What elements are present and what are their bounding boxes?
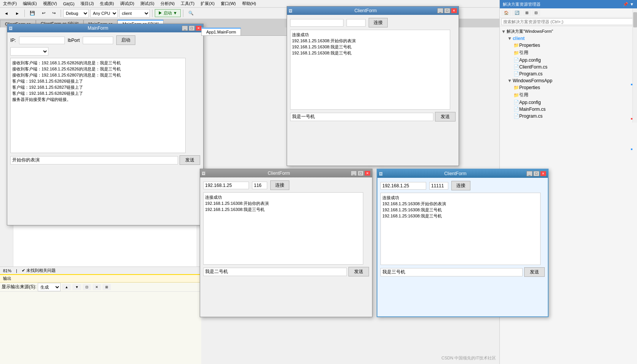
cf3-send-input[interactable] [380, 268, 523, 276]
output-btn3[interactable]: ⊡ [83, 284, 91, 290]
mainform-maximize[interactable]: □ [189, 26, 195, 31]
cf1-maximize[interactable]: □ [444, 8, 450, 13]
output-btn1[interactable]: ▲ [62, 284, 71, 290]
sidebar-indicator2 [631, 118, 632, 120]
tree-prog-icon: 📄 [513, 71, 519, 77]
output-source-select[interactable]: 生成 [38, 283, 61, 291]
output-btn5[interactable]: ⊞ [103, 284, 111, 290]
tree-client-properties[interactable]: 📁 Properties [501, 42, 635, 49]
cf1-connect-btn[interactable]: 连接 [369, 18, 388, 27]
cf1-minimize[interactable]: _ [437, 8, 443, 13]
tree-client-node[interactable]: ▼ client [501, 35, 635, 42]
sidebar-filter-btn[interactable]: ⊟ [532, 10, 540, 16]
cf1-send-input[interactable] [290, 113, 433, 121]
cf2-send-button[interactable]: 发送 [348, 267, 369, 276]
cf3-connect-btn[interactable]: 连接 [451, 181, 470, 190]
tree-client-program[interactable]: 📄 Program.cs [501, 70, 635, 77]
tab-app1-mainform[interactable]: App1.MainForm [201, 28, 241, 35]
tree-solution[interactable]: ▼ 解决方案"WindowsForm" [501, 28, 635, 35]
menu-test[interactable]: 测试(S) [137, 1, 157, 6]
cf2-send-input[interactable] [203, 268, 347, 276]
mainform-minimize[interactable]: _ [182, 26, 188, 31]
port-input[interactable] [83, 37, 113, 44]
project-select[interactable]: client [119, 9, 150, 18]
cf2-close[interactable]: ✕ [364, 171, 371, 176]
menu-analyze[interactable]: 分析(N) [157, 1, 178, 6]
sidebar-search-input[interactable] [501, 18, 635, 25]
tree-wf-mainform[interactable]: 📄 MainForm.cs [501, 106, 635, 113]
cf2-port-input[interactable] [252, 182, 267, 189]
cf1-ip-input[interactable] [290, 19, 343, 27]
sidebar-home-btn[interactable]: 🏠 [501, 10, 511, 16]
menu-help[interactable]: 帮助(H) [239, 1, 259, 6]
mainform-send-button[interactable]: 发送 [180, 155, 200, 165]
menu-tools[interactable]: 工具(T) [178, 1, 197, 6]
tree-label-refs: 引用 [519, 49, 528, 56]
ip-label: IP: [10, 38, 16, 43]
debug-mode-select[interactable]: Debug Release [63, 9, 89, 18]
cf3-ip-input[interactable] [380, 182, 426, 190]
cf2-ip-input[interactable] [203, 182, 249, 189]
ip-input[interactable] [19, 37, 65, 44]
toolbar-forward[interactable]: ► [13, 10, 22, 17]
output-btn4[interactable]: ✕ [93, 284, 101, 290]
menu-git[interactable]: Git(G) [60, 2, 77, 6]
tree-wf-cs-icon: 📄 [513, 107, 519, 112]
cf3-send-button[interactable]: 发送 [524, 267, 545, 277]
cf3-port-input[interactable] [429, 182, 448, 190]
mainform-close[interactable]: ✕ [196, 26, 202, 31]
log-line: 192.168.1.25:16308:开始你的表演 [205, 200, 361, 206]
cf2-connect-btn[interactable]: 连接 [270, 180, 289, 190]
tree-wf-appconfig[interactable]: 📄 App.config [501, 99, 635, 106]
start-server-button[interactable]: 启动 [116, 35, 135, 45]
mainform-combo[interactable] [10, 47, 48, 56]
sidebar-indicator1 [631, 84, 632, 85]
menu-view[interactable]: 视图(V) [40, 1, 60, 6]
menu-window[interactable]: 窗口(W) [218, 1, 239, 6]
menu-file[interactable]: 文件(F) [0, 1, 20, 6]
sidebar-refresh-btn[interactable]: 🔄 [512, 10, 522, 16]
tree-cs-icon: 📄 [513, 64, 519, 70]
tree-wf-program[interactable]: 📄 Program.cs [501, 113, 635, 120]
toolbar-sep3 [152, 10, 152, 17]
tree-wf-properties[interactable]: 📁 Properties [501, 84, 635, 91]
output-btn2[interactable]: ▼ [72, 284, 81, 290]
toolbar-find[interactable]: 🔍 [186, 10, 196, 17]
cf1-close[interactable]: ✕ [451, 8, 457, 13]
log-line: 192.168.1.25:16308:我是三号机 [205, 206, 361, 212]
toolbar-redo[interactable]: ↪ [50, 10, 58, 17]
cf2-minimize[interactable]: _ [351, 171, 357, 176]
menu-edit[interactable]: 编辑(E) [20, 1, 40, 6]
cf3-minimize[interactable]: _ [526, 171, 533, 176]
cf1-send-row: 发送 [290, 112, 456, 121]
tree-wf-refs[interactable]: 📁 引用 [501, 91, 635, 99]
cf1-port-input[interactable] [347, 19, 366, 27]
tree-client-refs[interactable]: 📁 引用 [501, 49, 635, 57]
mainform-send-input[interactable] [10, 156, 178, 164]
toolbar-undo[interactable]: ↩ [39, 10, 48, 17]
cf3-maximize[interactable]: □ [533, 171, 539, 176]
sidebar-btn-pin[interactable]: 📌 [623, 2, 628, 7]
sidebar-scrollbar[interactable] [632, 8, 637, 123]
toolbar-save[interactable]: 💾 [27, 10, 38, 17]
cf1-send-button[interactable]: 发送 [435, 112, 456, 121]
sidebar-collapse-btn[interactable]: ⊞ [523, 10, 531, 16]
clientform2-icon: 🖼 [202, 171, 205, 176]
log-line: 接收到客户端：192.168.1.25:62807的消息是：我是三号机 [12, 72, 184, 78]
menu-extensions[interactable]: 扩展(X) [197, 1, 218, 6]
cf3-row: 连接 [380, 181, 545, 190]
menu-build[interactable]: 生成(B) [97, 1, 117, 6]
issues-status: ✔ 未找到相关问题 [22, 268, 56, 273]
toolbar-back[interactable]: ◄ [2, 10, 11, 17]
tree-client-appconfig[interactable]: 📄 App.config [501, 57, 635, 64]
tree-winforms-node[interactable]: ▼ WindowsFormsApp [501, 77, 635, 84]
cpu-select[interactable]: Any CPU x86 x64 [90, 9, 118, 18]
cf3-close[interactable]: ✕ [540, 171, 546, 176]
menu-debug[interactable]: 调试(D) [117, 1, 137, 6]
menu-project[interactable]: 项目(J) [77, 1, 97, 6]
start-button[interactable]: ▶ 启动 ▼ [155, 9, 181, 17]
cf2-maximize[interactable]: □ [358, 171, 364, 176]
sidebar-btn-close[interactable]: ▼ [630, 2, 634, 7]
tree-client-clientform[interactable]: 📄 ClientForm.cs [501, 64, 635, 70]
mainform-icon: 🖼 [9, 26, 13, 30]
